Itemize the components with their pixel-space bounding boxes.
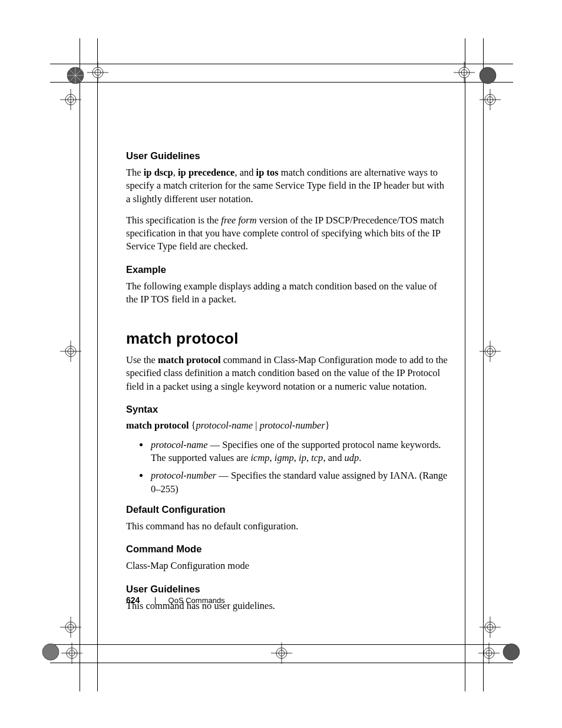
crop-line	[483, 38, 484, 691]
crosshair-icon	[59, 615, 82, 639]
crosshair-icon	[59, 88, 82, 111]
registration-mark-icon	[64, 64, 87, 87]
text: ,	[173, 167, 178, 178]
paragraph: This specification is the free form vers…	[126, 214, 450, 253]
heading-user-guidelines-2: User Guidelines	[126, 584, 450, 595]
page-number: 624	[126, 595, 140, 605]
crop-line	[50, 82, 513, 83]
syntax-line: match protocol {protocol-name | protocol…	[126, 420, 450, 431]
paragraph: Use the match protocol command in Class-…	[126, 354, 450, 393]
text: ,	[306, 452, 311, 463]
registration-mark-icon	[476, 64, 500, 87]
text: The	[126, 167, 144, 178]
crosshair-icon	[86, 61, 110, 84]
heading-example: Example	[126, 264, 450, 275]
crop-line	[97, 38, 98, 691]
paragraph: The following example displays adding a …	[126, 280, 450, 307]
registration-mark-icon	[39, 640, 62, 664]
text: .	[359, 452, 361, 463]
paragraph: Class-Map Configuration mode	[126, 559, 450, 572]
svg-point-34	[42, 644, 59, 660]
text-bold: match protocol	[158, 354, 220, 365]
footer-separator	[155, 597, 156, 604]
footer-section: QoS Commands	[168, 596, 225, 605]
text: Use the	[126, 354, 158, 365]
text-italic: protocol-number	[260, 420, 325, 431]
crop-line	[50, 64, 513, 64]
paragraph: This command has no default configuratio…	[126, 520, 450, 533]
text: |	[253, 420, 260, 431]
text: This specification is the	[126, 215, 221, 226]
page-content: User Guidelines The ip dscp, ip preceden…	[126, 150, 450, 621]
text: {	[189, 420, 196, 431]
crosshair-icon	[478, 88, 502, 111]
heading-command-mode: Command Mode	[126, 543, 450, 555]
text: , and	[234, 167, 256, 178]
text: }	[325, 420, 330, 431]
list-item: protocol-name — Specifies one of the sup…	[150, 439, 450, 465]
page-footer: 624 QoS Commands	[126, 595, 225, 605]
svg-point-51	[503, 644, 520, 660]
crosshair-icon	[270, 641, 293, 665]
paragraph: The ip dscp, ip precedence, and ip tos m…	[126, 166, 450, 206]
text-italic: tcp	[311, 452, 323, 463]
text-italic: protocol-name	[196, 420, 253, 431]
crosshair-icon	[60, 641, 84, 665]
text-italic: free form	[221, 215, 256, 226]
crosshair-icon	[478, 615, 502, 639]
text: , and	[323, 452, 344, 463]
heading-syntax: Syntax	[126, 404, 450, 415]
crosshair-icon	[477, 641, 501, 665]
text-italic: icmp	[251, 452, 270, 463]
text-bold: ip tos	[256, 167, 279, 178]
list-item: protocol-number — Specifies the standard…	[150, 469, 450, 496]
syntax-bullets: protocol-name — Specifies one of the sup…	[126, 439, 450, 496]
crosshair-icon	[452, 61, 476, 84]
text-italic: ip	[299, 452, 306, 463]
heading-match-protocol: match protocol	[126, 330, 450, 348]
text-italic: igmp	[275, 452, 294, 463]
text: ,	[270, 452, 275, 463]
heading-user-guidelines: User Guidelines	[126, 150, 450, 162]
text: ,	[294, 452, 299, 463]
text-italic: udp	[345, 452, 359, 463]
text-bold: ip precedence	[178, 167, 234, 178]
crosshair-icon	[59, 340, 82, 363]
svg-point-17	[480, 67, 496, 84]
text-italic: protocol-number	[151, 470, 216, 481]
text-italic: protocol-name	[151, 439, 208, 450]
text-bold: match protocol	[126, 420, 189, 431]
crop-line	[465, 38, 465, 691]
registration-mark-icon	[500, 640, 523, 664]
crop-line	[80, 38, 80, 691]
crosshair-icon	[478, 340, 502, 363]
text-bold: ip dscp	[144, 167, 173, 178]
heading-default-configuration: Default Configuration	[126, 504, 450, 515]
